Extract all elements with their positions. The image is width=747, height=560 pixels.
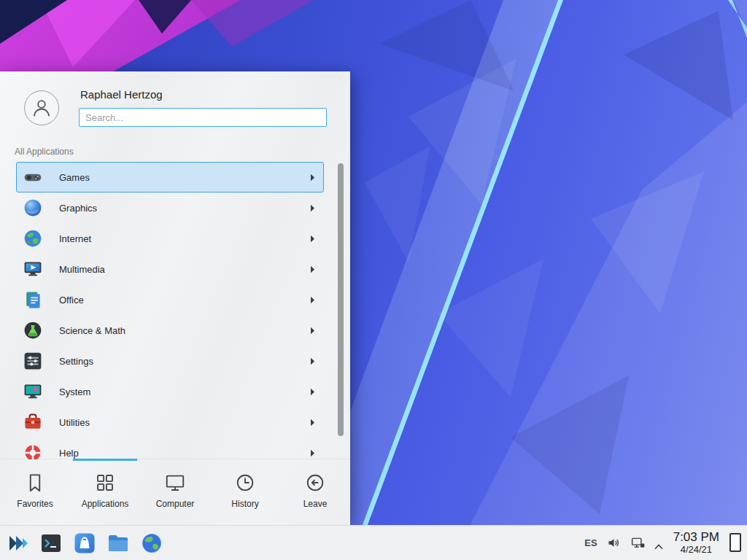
utilities-icon: [23, 412, 43, 432]
multimedia-icon: [23, 259, 43, 279]
category-label: Multimedia: [59, 264, 105, 275]
category-label: System: [59, 386, 90, 397]
help-icon: [23, 443, 43, 459]
tab-favorites[interactable]: Favorites: [0, 459, 70, 525]
category-office[interactable]: Office: [16, 284, 324, 315]
submenu-arrow-icon: [310, 357, 315, 365]
submenu-arrow-icon: [310, 204, 315, 212]
category-multimedia[interactable]: Multimedia: [16, 254, 324, 284]
keyboard-layout-indicator[interactable]: ES: [584, 537, 597, 548]
network-icon[interactable]: [630, 535, 646, 551]
tab-applications[interactable]: Applications: [70, 459, 140, 525]
taskbar: ES 7:03 PM 4/24/21: [0, 525, 747, 560]
category-label: Graphics: [59, 203, 97, 214]
digital-clock[interactable]: 7:03 PM 4/24/21: [673, 530, 719, 555]
desktop: Raphael Hertzog All Applications GamesGr…: [0, 0, 747, 560]
software-center-launcher[interactable]: [73, 532, 96, 555]
show-desktop-button[interactable]: [729, 533, 741, 552]
history-icon: [234, 472, 256, 494]
submenu-arrow-icon: [310, 388, 315, 396]
category-games[interactable]: Games: [16, 162, 324, 192]
section-label: All Applications: [15, 147, 74, 157]
submenu-arrow-icon: [310, 419, 315, 427]
system-icon: [23, 381, 43, 402]
category-label: Internet: [59, 233, 91, 244]
clock-time: 7:03 PM: [673, 530, 719, 545]
category-graphics[interactable]: Graphics: [16, 192, 324, 223]
taskbar-launchers: [6, 532, 163, 555]
category-label: Help: [59, 448, 79, 459]
category-label: Office: [59, 295, 84, 306]
office-icon: [23, 289, 43, 310]
app-launcher-button[interactable]: [6, 532, 29, 555]
tab-label: Favorites: [17, 499, 53, 509]
science-icon: [23, 320, 43, 341]
tab-label: Leave: [303, 499, 328, 509]
tab-computer[interactable]: Computer: [140, 459, 210, 525]
submenu-arrow-icon: [310, 296, 315, 304]
category-internet[interactable]: Internet: [16, 223, 324, 254]
games-icon: [23, 167, 43, 187]
tab-leave[interactable]: Leave: [280, 459, 350, 525]
volume-icon[interactable]: [606, 535, 622, 551]
category-science-math[interactable]: Science & Math: [16, 315, 324, 346]
computer-icon: [164, 472, 186, 494]
category-list: GamesGraphicsInternetMultimediaOfficeSci…: [0, 162, 334, 459]
clock-date: 4/24/21: [673, 545, 719, 556]
tab-label: History: [231, 499, 258, 509]
system-tray: ES 7:03 PM 4/24/21: [584, 530, 741, 555]
submenu-arrow-icon: [310, 449, 315, 457]
settings-icon: [23, 351, 43, 371]
category-label: Utilities: [59, 417, 90, 428]
category-label: Science & Math: [59, 325, 125, 336]
scrollbar-thumb[interactable]: [338, 163, 344, 436]
leave-icon: [304, 472, 326, 494]
submenu-arrow-icon: [310, 174, 315, 182]
category-label: Games: [59, 172, 90, 183]
applications-icon: [94, 472, 116, 494]
category-label: Settings: [59, 356, 93, 367]
submenu-arrow-icon: [310, 265, 315, 273]
tab-label: Computer: [156, 499, 195, 509]
category-system[interactable]: System: [16, 376, 324, 407]
tab-history[interactable]: History: [210, 459, 280, 525]
scrollbar: [338, 162, 344, 459]
web-browser-launcher[interactable]: [140, 532, 163, 555]
terminal-launcher[interactable]: [39, 532, 63, 555]
graphics-icon: [23, 198, 43, 218]
category-help[interactable]: Help: [16, 438, 324, 459]
tab-label: Applications: [82, 499, 129, 509]
tray-expander-caret-icon[interactable]: [654, 540, 663, 545]
submenu-arrow-icon: [310, 327, 315, 335]
launcher-tab-bar: FavoritesApplicationsComputerHistoryLeav…: [0, 459, 350, 525]
submenu-arrow-icon: [310, 235, 315, 243]
user-name: Raphael Hertzog: [80, 88, 163, 101]
file-manager-launcher[interactable]: [107, 532, 130, 555]
application-launcher: Raphael Hertzog All Applications GamesGr…: [0, 71, 350, 525]
search-input[interactable]: [79, 108, 327, 127]
internet-icon: [23, 228, 43, 249]
category-settings[interactable]: Settings: [16, 346, 324, 376]
category-utilities[interactable]: Utilities: [16, 407, 324, 438]
user-avatar[interactable]: [24, 90, 59, 125]
favorites-icon: [24, 472, 46, 494]
